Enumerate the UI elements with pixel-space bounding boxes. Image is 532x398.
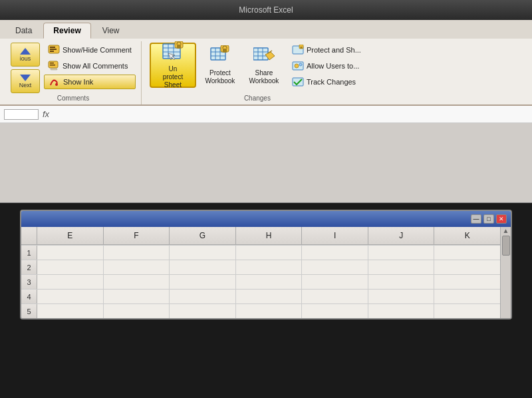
previous-button[interactable]: ious bbox=[11, 43, 40, 67]
scroll-up-button[interactable]: ▲ bbox=[503, 227, 509, 234]
right-changes-buttons: Protect and Sh... Allow Users to... bbox=[288, 43, 365, 89]
cell-i2[interactable] bbox=[302, 260, 368, 274]
show-hide-comment-button[interactable]: Show/Hide Comment bbox=[44, 43, 136, 57]
share-workbook-label: Share Workbook bbox=[249, 69, 279, 85]
svg-rect-26 bbox=[223, 49, 227, 53]
row-num-2: 2 bbox=[21, 260, 37, 274]
cell-h5[interactable] bbox=[236, 304, 303, 318]
track-changes-button[interactable]: Track Changes bbox=[288, 75, 365, 89]
cell-j5[interactable] bbox=[368, 304, 435, 318]
cell-k3[interactable] bbox=[434, 275, 500, 289]
ribbon-group-comments: ious Next bbox=[5, 41, 142, 104]
title-text: Microsoft Excel bbox=[239, 5, 293, 15]
cell-e4[interactable] bbox=[37, 290, 104, 303]
svg-rect-8 bbox=[50, 65, 55, 66]
cell-h2[interactable] bbox=[236, 260, 303, 274]
cell-e5[interactable] bbox=[37, 304, 104, 318]
cell-f2[interactable] bbox=[104, 260, 170, 274]
protect-workbook-button[interactable]: Protect Workbook bbox=[200, 43, 240, 88]
svg-marker-0 bbox=[20, 48, 31, 55]
comments-group-label: Comments bbox=[57, 93, 89, 103]
cell-j4[interactable] bbox=[368, 290, 435, 303]
cell-g2[interactable] bbox=[170, 260, 236, 274]
cell-e3[interactable] bbox=[37, 275, 104, 289]
cell-h4[interactable] bbox=[236, 290, 303, 303]
cell-f3[interactable] bbox=[104, 275, 170, 289]
ribbon-container: Data Review View ious bbox=[0, 20, 532, 106]
cell-k2[interactable] bbox=[434, 260, 500, 274]
changes-group-label: Changes bbox=[244, 93, 271, 103]
share-workbook-icon bbox=[253, 45, 275, 68]
name-box[interactable] bbox=[4, 109, 39, 120]
row-num-1: 1 bbox=[21, 246, 37, 260]
cell-g5[interactable] bbox=[170, 304, 236, 318]
cell-e2[interactable] bbox=[37, 260, 104, 274]
track-changes-icon bbox=[292, 77, 304, 87]
cell-g3[interactable] bbox=[170, 275, 236, 289]
dialog-title-bar: — □ ✕ bbox=[21, 211, 511, 227]
svg-rect-3 bbox=[50, 47, 55, 48]
cell-g1[interactable] bbox=[170, 246, 236, 260]
spreadsheet-dialog: — □ ✕ E F G H I J K bbox=[20, 210, 512, 319]
comments-group-content: ious Next bbox=[11, 43, 136, 93]
show-ink-icon bbox=[49, 77, 61, 87]
restore-button[interactable]: □ bbox=[483, 214, 494, 224]
col-header-I[interactable]: I bbox=[302, 227, 368, 244]
svg-point-37 bbox=[299, 63, 302, 66]
cell-j3[interactable] bbox=[368, 275, 435, 289]
cell-f1[interactable] bbox=[104, 246, 170, 260]
cell-f5[interactable] bbox=[104, 304, 170, 318]
close-button[interactable]: ✕ bbox=[496, 214, 507, 224]
col-header-H[interactable]: H bbox=[236, 227, 303, 244]
show-ink-label: Show Ink bbox=[63, 78, 93, 86]
scroll-thumb[interactable] bbox=[502, 236, 510, 256]
cell-e1[interactable] bbox=[37, 246, 104, 260]
small-buttons-group: Show/Hide Comment Show All Comments bbox=[44, 43, 136, 89]
cell-k5[interactable] bbox=[434, 304, 500, 318]
protect-workbook-icon bbox=[209, 45, 231, 68]
show-hide-comment-icon bbox=[48, 45, 60, 55]
nav-buttons: ious Next bbox=[11, 43, 40, 93]
minimize-button[interactable]: — bbox=[471, 214, 481, 224]
cell-k4[interactable] bbox=[434, 290, 500, 303]
tab-view[interactable]: View bbox=[92, 23, 130, 39]
col-header-K[interactable]: K bbox=[434, 227, 500, 244]
cell-f4[interactable] bbox=[104, 290, 170, 303]
col-header-E[interactable]: E bbox=[37, 227, 104, 244]
sheet-main: E F G H I J K 1 bbox=[21, 227, 500, 318]
tab-review[interactable]: Review bbox=[43, 23, 90, 39]
protect-and-share-label: Protect and Sh... bbox=[307, 46, 361, 54]
row-num-4: 4 bbox=[21, 290, 37, 303]
tab-data[interactable]: Data bbox=[5, 23, 42, 39]
col-header-F[interactable]: F bbox=[104, 227, 170, 244]
col-header-G[interactable]: G bbox=[170, 227, 236, 244]
unprotect-sheet-button[interactable]: Un protect Sheet bbox=[150, 43, 196, 88]
show-all-comments-button[interactable]: Show All Comments bbox=[44, 59, 136, 73]
cell-i5[interactable] bbox=[302, 304, 368, 318]
cell-i3[interactable] bbox=[302, 275, 368, 289]
table-row: 4 bbox=[21, 289, 500, 303]
ribbon: ious Next bbox=[0, 39, 532, 104]
cell-j2[interactable] bbox=[368, 260, 435, 274]
svg-rect-5 bbox=[50, 51, 54, 52]
cell-i1[interactable] bbox=[302, 246, 368, 260]
col-header-J[interactable]: J bbox=[368, 227, 435, 244]
cell-j1[interactable] bbox=[368, 246, 435, 260]
vertical-scrollbar[interactable]: ▲ bbox=[500, 227, 511, 318]
corner-cell bbox=[21, 227, 37, 244]
allow-users-icon bbox=[292, 61, 304, 71]
allow-users-button[interactable]: Allow Users to... bbox=[288, 59, 365, 73]
share-workbook-button[interactable]: Share Workbook bbox=[244, 43, 284, 88]
svg-point-10 bbox=[55, 83, 58, 86]
cell-k1[interactable] bbox=[434, 246, 500, 260]
next-button[interactable]: Next bbox=[11, 69, 40, 93]
cell-g4[interactable] bbox=[170, 290, 236, 303]
cell-h1[interactable] bbox=[236, 246, 303, 260]
cell-h3[interactable] bbox=[236, 275, 303, 289]
formula-input[interactable] bbox=[53, 110, 528, 119]
protect-workbook-label: Protect Workbook bbox=[205, 69, 235, 85]
row-num-3: 3 bbox=[21, 275, 37, 289]
cell-i4[interactable] bbox=[302, 290, 368, 303]
show-ink-button[interactable]: Show Ink bbox=[44, 75, 136, 89]
protect-and-share-button[interactable]: Protect and Sh... bbox=[288, 43, 365, 57]
